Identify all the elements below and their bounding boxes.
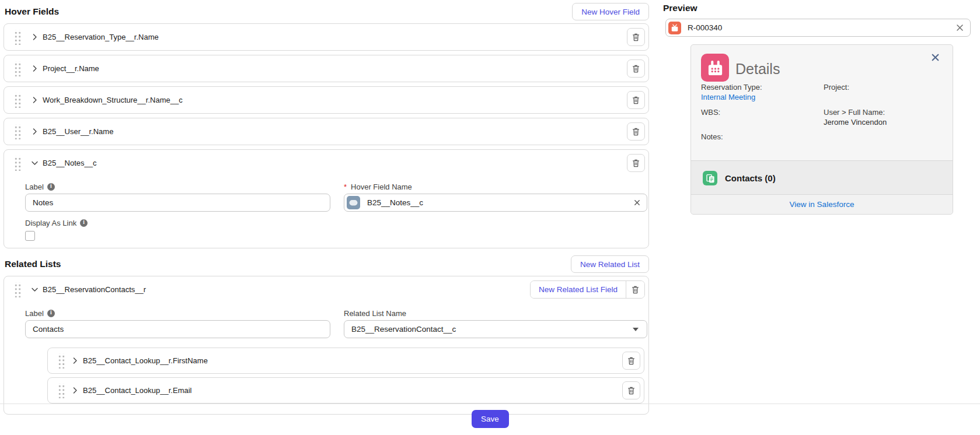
related-list-field-row: B25__Contact_Lookup__r.FirstName	[47, 348, 644, 374]
label-field-label: Label	[25, 309, 44, 318]
trash-icon	[627, 356, 636, 366]
hover-fields-header: Hover Fields New Hover Field	[4, 0, 649, 23]
display-as-link-label: Display As Link	[25, 219, 76, 227]
drag-handle-icon[interactable]	[13, 61, 21, 76]
drag-handle-icon[interactable]	[13, 93, 21, 108]
textarea-field-icon	[347, 196, 360, 209]
close-icon[interactable]	[931, 53, 940, 62]
related-list-field-row: B25__Contact_Lookup__r.Email	[47, 377, 644, 404]
related-list-name-select[interactable]: B25__ReservationContact__c	[344, 320, 647, 338]
new-related-list-button[interactable]: New Related List	[571, 255, 649, 273]
hover-field-row-expanded: B25__Notes__c Label	[4, 149, 649, 248]
info-icon[interactable]	[47, 183, 55, 191]
hover-field-form: Label * Hover Field Name	[4, 176, 648, 248]
hover-field-row-header: B25__Notes__c	[4, 150, 648, 176]
related-lists-header: Related Lists New Related List	[4, 252, 649, 276]
field-label: Reservation Type:	[701, 83, 762, 92]
delete-hover-field-button[interactable]	[627, 59, 645, 78]
preview-title: Preview	[663, 0, 972, 13]
chevron-right-icon[interactable]	[31, 128, 39, 135]
required-marker: *	[344, 183, 347, 191]
field-value-link[interactable]: Internal Meeting	[701, 93, 755, 101]
hover-field-name-label: Hover Field Name	[351, 183, 412, 191]
related-list-name: B25__ReservationContacts__r	[43, 285, 146, 294]
drag-handle-icon[interactable]	[57, 353, 65, 369]
trash-icon	[632, 127, 640, 136]
delete-hover-field-button[interactable]	[627, 28, 645, 46]
hover-field-row: Project__r.Name	[4, 55, 649, 82]
new-hover-field-button[interactable]: New Hover Field	[572, 3, 649, 20]
contacts-icon	[703, 171, 717, 185]
drag-handle-icon[interactable]	[13, 282, 21, 297]
trash-icon	[632, 159, 640, 168]
config-panel: Hover Fields New Hover Field B25__Reserv…	[4, 0, 649, 419]
related-list-actions: New Related List Field	[530, 280, 645, 299]
related-list-fields: B25__Contact_Lookup__r.FirstName B25__Co…	[47, 348, 644, 404]
hover-field-row: B25__Reservation_Type__r.Name	[4, 23, 649, 51]
delete-hover-field-button[interactable]	[627, 122, 645, 141]
chevron-right-icon[interactable]	[71, 357, 79, 364]
drag-handle-icon[interactable]	[13, 124, 21, 139]
hover-field-name-value: B25__Notes__c	[367, 198, 633, 207]
chevron-right-icon[interactable]	[31, 96, 39, 104]
hover-field-name-input[interactable]: B25__Notes__c	[344, 194, 647, 212]
save-button[interactable]: Save	[472, 410, 509, 428]
info-icon[interactable]	[47, 310, 55, 317]
calendar-icon	[701, 54, 729, 82]
drag-handle-icon[interactable]	[13, 156, 21, 171]
new-related-list-field-button[interactable]: New Related List Field	[531, 281, 626, 298]
remove-record-icon[interactable]	[955, 23, 964, 32]
delete-hover-field-button[interactable]	[627, 154, 645, 172]
drag-handle-icon[interactable]	[57, 383, 65, 398]
related-list-row-expanded: B25__ReservationContacts__r New Related …	[4, 276, 649, 415]
delete-related-list-field-button[interactable]	[622, 352, 640, 370]
hover-field-name: Project__r.Name	[43, 64, 99, 73]
chevron-right-icon[interactable]	[31, 65, 39, 72]
related-list-name-label: Related List Name	[344, 309, 406, 318]
related-list-form: Label Related List Name B25__Reservation…	[4, 303, 648, 414]
hover-field-row: Work_Breakdown_Structure__r.Name__c	[4, 86, 649, 114]
related-list-name-value: B25__ReservationContact__c	[351, 325, 633, 334]
contacts-section-header: Contacts (0)	[691, 161, 953, 195]
info-icon[interactable]	[80, 219, 88, 227]
footer-divider	[0, 404, 980, 404]
record-lookup-pill[interactable]: R-000340	[665, 19, 971, 37]
related-lists-title: Related Lists	[5, 259, 61, 269]
trash-icon	[631, 285, 640, 294]
hover-field-name: B25__User__r.Name	[43, 127, 113, 136]
chevron-right-icon[interactable]	[71, 387, 79, 394]
preview-panel: Preview R-000340 Details	[663, 0, 972, 215]
hover-field-row: B25__User__r.Name	[4, 118, 649, 145]
field-label: Project:	[824, 83, 849, 92]
view-in-salesforce-link[interactable]: View in Salesforce	[790, 200, 855, 209]
related-list-field-name: B25__Contact_Lookup__r.FirstName	[83, 356, 208, 365]
hover-field-name: Work_Breakdown_Structure__r.Name__c	[43, 96, 183, 104]
record-icon	[668, 22, 681, 34]
chevron-right-icon[interactable]	[31, 33, 39, 41]
related-list-row-header: B25__ReservationContacts__r New Related …	[4, 276, 648, 303]
display-as-link-checkbox[interactable]	[25, 231, 35, 241]
delete-hover-field-button[interactable]	[627, 91, 645, 109]
delete-related-list-field-button[interactable]	[622, 381, 640, 399]
related-list-field-name: B25__Contact_Lookup__r.Email	[83, 386, 191, 395]
field-label: Notes:	[701, 132, 723, 141]
field-label: User > Full Name:	[824, 108, 885, 117]
hover-fields-title: Hover Fields	[5, 6, 59, 17]
contacts-section-title: Contacts (0)	[725, 173, 776, 183]
drag-handle-icon[interactable]	[13, 30, 21, 45]
chevron-down-icon[interactable]	[31, 286, 39, 293]
trash-icon	[632, 96, 640, 105]
delete-related-list-button[interactable]	[626, 281, 644, 298]
record-name: R-000340	[688, 23, 955, 32]
trash-icon	[627, 386, 636, 395]
details-card-title: Details	[735, 61, 780, 78]
hover-field-name: B25__Reservation_Type__r.Name	[43, 33, 159, 41]
related-list-label-input[interactable]	[25, 320, 330, 338]
page: Hover Fields New Hover Field B25__Reserv…	[0, 0, 980, 435]
chevron-down-icon[interactable]	[31, 159, 39, 167]
trash-icon	[632, 64, 640, 73]
trash-icon	[632, 33, 640, 42]
field-value: Jerome Vincendon	[824, 118, 887, 127]
label-input[interactable]	[25, 194, 330, 212]
clear-icon[interactable]	[633, 199, 641, 206]
